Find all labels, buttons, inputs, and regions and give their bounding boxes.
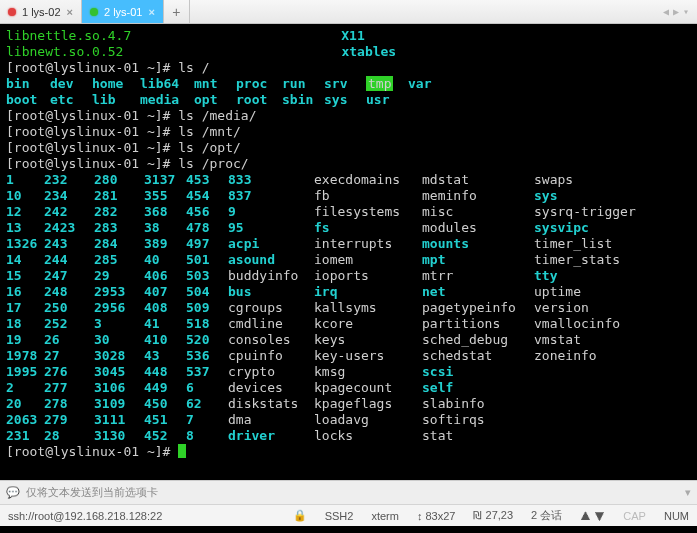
proc-entry: key-users bbox=[314, 348, 422, 364]
connection-string: ssh://root@192.168.218.128:22 bbox=[8, 510, 162, 522]
tab-bar: 1 lys-02×2 lys-01×+ ◀ ▶ ▾ bbox=[0, 0, 697, 24]
prompt: [root@lyslinux-01 ~]# bbox=[6, 444, 170, 460]
send-text-label: 仅将文本发送到当前选项卡 bbox=[26, 485, 158, 500]
proc-entry: ioports bbox=[314, 268, 422, 284]
proc-entry: acpi bbox=[228, 236, 314, 252]
proc-entry bbox=[534, 364, 634, 380]
proc-entry: 16 bbox=[6, 284, 44, 300]
close-icon[interactable]: × bbox=[149, 6, 155, 18]
proc-entry: mpt bbox=[422, 252, 534, 268]
proc-entry: vmallocinfo bbox=[534, 316, 634, 332]
proc-entry: 408 bbox=[144, 300, 186, 316]
dropdown-icon[interactable]: ▾ bbox=[685, 486, 691, 499]
proc-entry: scsi bbox=[422, 364, 534, 380]
proc-entry: 30 bbox=[94, 332, 144, 348]
dir-entry: mnt bbox=[194, 76, 236, 92]
proc-entry: 41 bbox=[144, 316, 186, 332]
caps-indicator: CAP bbox=[623, 510, 646, 522]
proc-entry: mtrr bbox=[422, 268, 534, 284]
proc-entry: 355 bbox=[144, 188, 186, 204]
proc-entry: kpageflags bbox=[314, 396, 422, 412]
session-count: 2 会话 bbox=[531, 508, 562, 523]
proc-entry: 837 bbox=[228, 188, 314, 204]
proc-entry: loadavg bbox=[314, 412, 422, 428]
proc-entry: 518 bbox=[186, 316, 228, 332]
proc-entry: 3028 bbox=[94, 348, 144, 364]
proc-entry: 38 bbox=[144, 220, 186, 236]
proc-entry: diskstats bbox=[228, 396, 314, 412]
proc-entry: 368 bbox=[144, 204, 186, 220]
proc-entry: softirqs bbox=[422, 412, 534, 428]
tab-nav: ◀ ▶ ▾ bbox=[663, 0, 697, 23]
command: ls /mnt/ bbox=[178, 124, 241, 140]
dir-entry: xtables bbox=[341, 44, 396, 60]
status-bar: ssh://root@192.168.218.128:22 🔒SSH2 xter… bbox=[0, 504, 697, 526]
proc-entry: 7 bbox=[186, 412, 228, 428]
command: ls /opt/ bbox=[178, 140, 241, 156]
proc-entry: sysrq-trigger bbox=[534, 204, 634, 220]
proc-entry: 281 bbox=[94, 188, 144, 204]
proc-entry: 3130 bbox=[94, 428, 144, 444]
send-text-bar: 💬 仅将文本发送到当前选项卡 ▾ bbox=[0, 480, 697, 504]
proc-entry: 448 bbox=[144, 364, 186, 380]
proc-entry: 509 bbox=[186, 300, 228, 316]
dir-entry: sbin bbox=[282, 92, 324, 108]
session-nav-icon[interactable]: ⯅ ⯆ bbox=[580, 510, 605, 522]
proc-entry bbox=[534, 412, 634, 428]
proc-entry: 29 bbox=[94, 268, 144, 284]
proc-entry: 2953 bbox=[94, 284, 144, 300]
proc-entry: cmdline bbox=[228, 316, 314, 332]
proc-entry: 243 bbox=[44, 236, 94, 252]
prompt: [root@lyslinux-01 ~]# bbox=[6, 60, 170, 76]
proc-entry: timer_list bbox=[534, 236, 634, 252]
dir-entry: tmp bbox=[366, 76, 408, 92]
status-dot-icon bbox=[90, 8, 98, 16]
dir-entry: media bbox=[140, 92, 194, 108]
tab[interactable]: 1 lys-02× bbox=[0, 0, 82, 23]
proc-entry: iomem bbox=[314, 252, 422, 268]
proc-entry: 95 bbox=[228, 220, 314, 236]
proc-entry: 1978 bbox=[6, 348, 44, 364]
dir-entry: lib bbox=[92, 92, 140, 108]
proc-entry: fs bbox=[314, 220, 422, 236]
tab[interactable]: 2 lys-01× bbox=[82, 0, 164, 23]
proc-entry: 15 bbox=[6, 268, 44, 284]
proc-entry: buddyinfo bbox=[228, 268, 314, 284]
proc-entry: 13 bbox=[6, 220, 44, 236]
tab-menu-icon[interactable]: ▾ bbox=[683, 6, 689, 17]
proc-entry: 28 bbox=[44, 428, 94, 444]
proc-entry: 1326 bbox=[6, 236, 44, 252]
tab-label: 2 lys-01 bbox=[104, 6, 143, 18]
dir-entry: root bbox=[236, 92, 282, 108]
proc-entry: 282 bbox=[94, 204, 144, 220]
proc-entry: 10 bbox=[6, 188, 44, 204]
term-size: 83x27 bbox=[425, 510, 455, 522]
close-icon[interactable]: × bbox=[67, 6, 73, 18]
proc-entry: kallsyms bbox=[314, 300, 422, 316]
command: ls /proc/ bbox=[178, 156, 248, 172]
dir-entry: srv bbox=[324, 76, 366, 92]
tab-next-icon[interactable]: ▶ bbox=[673, 6, 679, 17]
proc-entry: bus bbox=[228, 284, 314, 300]
proc-entry: 12 bbox=[6, 204, 44, 220]
dir-entry: bin bbox=[6, 76, 50, 92]
proc-entry: kmsg bbox=[314, 364, 422, 380]
tab-prev-icon[interactable]: ◀ bbox=[663, 6, 669, 17]
proc-entry: 242 bbox=[44, 204, 94, 220]
terminal-output[interactable]: libnettle.so.4.7X11 libnewt.so.0.52xtabl… bbox=[0, 24, 697, 480]
proc-entry: cgroups bbox=[228, 300, 314, 316]
proc-entry: 283 bbox=[94, 220, 144, 236]
proc-entry: slabinfo bbox=[422, 396, 534, 412]
proc-entry: devices bbox=[228, 380, 314, 396]
proc-entry: 252 bbox=[44, 316, 94, 332]
proc-entry: 407 bbox=[144, 284, 186, 300]
dir-entry: home bbox=[92, 76, 140, 92]
proc-entry: 234 bbox=[44, 188, 94, 204]
proc-entry: zoneinfo bbox=[534, 348, 634, 364]
new-tab-button[interactable]: + bbox=[164, 0, 190, 23]
proc-entry: 250 bbox=[44, 300, 94, 316]
tab-label: 1 lys-02 bbox=[22, 6, 61, 18]
proc-entry: timer_stats bbox=[534, 252, 634, 268]
term-type: xterm bbox=[371, 510, 399, 522]
proc-entry: 18 bbox=[6, 316, 44, 332]
